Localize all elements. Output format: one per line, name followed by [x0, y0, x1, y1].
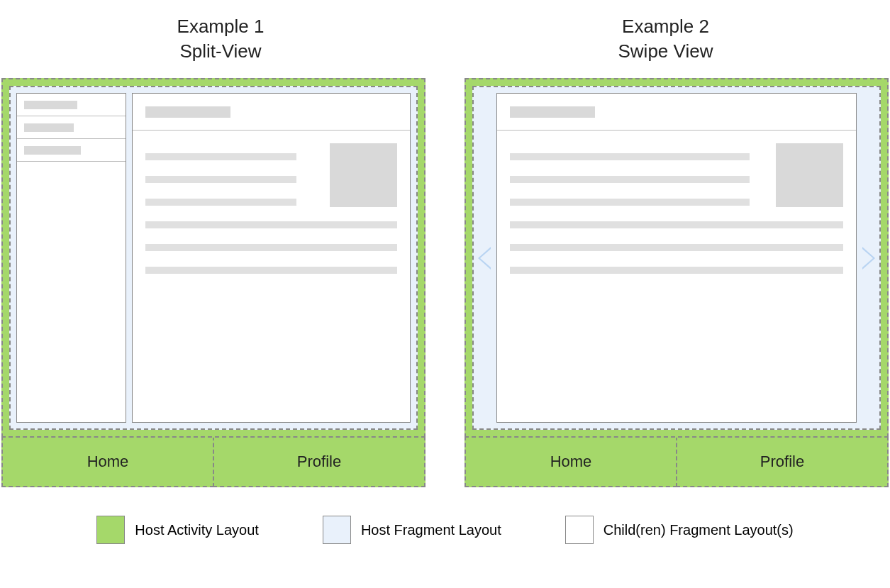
example2-title-line1: Example 2: [618, 14, 713, 39]
swatch-child-fragment: [565, 516, 594, 544]
placeholder-line: [145, 221, 397, 228]
host-fragment-layout: [472, 86, 881, 430]
legend-host-activity-label: Host Activity Layout: [135, 522, 259, 538]
detail-header: [133, 94, 410, 131]
list-item[interactable]: [17, 94, 126, 116]
host-activity-layout: [465, 78, 889, 438]
detail-header: [497, 94, 856, 131]
placeholder-line: [145, 267, 397, 274]
placeholder-line: [145, 199, 296, 206]
placeholder-line: [145, 176, 296, 183]
legend-host-activity: Host Activity Layout: [96, 516, 259, 544]
example1-title: Example 1 Split-View: [177, 14, 265, 64]
legend-child-fragment: Child(ren) Fragment Layout(s): [565, 516, 794, 544]
detail-body: [497, 131, 856, 296]
list-item[interactable]: [17, 116, 126, 139]
placeholder-line: [510, 176, 750, 183]
swatch-host-fragment: [323, 516, 351, 544]
example1-title-line2: Split-View: [177, 39, 265, 64]
placeholder-line: [510, 267, 843, 274]
detail-body: [133, 131, 410, 296]
swipe-page-fragment: [496, 93, 857, 423]
titles-row: Example 1 Split-View Example 2 Swipe Vie…: [0, 0, 890, 64]
placeholder-image: [776, 143, 843, 207]
swipe-right-arrow-icon[interactable]: [862, 247, 875, 270]
examples-row: Home Profile: [0, 78, 890, 487]
placeholder-text: [24, 146, 81, 155]
swatch-host-activity: [96, 516, 125, 544]
swipe-left-arrow-icon[interactable]: [478, 247, 491, 270]
placeholder-line: [145, 244, 397, 251]
bottom-nav: Home Profile: [465, 438, 889, 487]
legend-host-fragment: Host Fragment Layout: [323, 516, 501, 544]
placeholder-line: [145, 153, 296, 160]
diagram-canvas: Example 1 Split-View Example 2 Swipe Vie…: [0, 0, 890, 588]
nav-home-label: Home: [87, 453, 129, 471]
nav-profile-label: Profile: [760, 453, 804, 471]
nav-profile-button[interactable]: Profile: [676, 436, 889, 487]
placeholder-text: [24, 123, 74, 132]
list-fragment: [16, 93, 126, 423]
host-activity-layout: [1, 78, 425, 438]
nav-profile-button[interactable]: Profile: [213, 436, 425, 487]
placeholder-title: [145, 106, 230, 118]
nav-profile-label: Profile: [297, 453, 341, 471]
bottom-nav: Home Profile: [1, 438, 425, 487]
placeholder-title: [510, 106, 595, 118]
placeholder-line: [510, 199, 750, 206]
example-split-view: Home Profile: [1, 78, 425, 487]
nav-home-button[interactable]: Home: [1, 436, 214, 487]
example2-title: Example 2 Swipe View: [618, 14, 713, 64]
nav-home-label: Home: [550, 453, 592, 471]
placeholder-line: [510, 244, 843, 251]
placeholder-line: [510, 221, 843, 228]
example-swipe-view: Home Profile: [465, 78, 889, 487]
example2-title-line2: Swipe View: [618, 39, 713, 64]
legend-child-fragment-label: Child(ren) Fragment Layout(s): [603, 522, 794, 538]
legend: Host Activity Layout Host Fragment Layou…: [0, 516, 890, 544]
example1-title-line1: Example 1: [177, 14, 265, 39]
placeholder-line: [510, 153, 750, 160]
legend-host-fragment-label: Host Fragment Layout: [361, 522, 501, 538]
host-fragment-layout: [9, 86, 418, 430]
placeholder-text: [24, 101, 77, 109]
nav-home-button[interactable]: Home: [465, 436, 677, 487]
detail-fragment: [132, 93, 411, 423]
list-item[interactable]: [17, 139, 126, 162]
placeholder-image: [330, 143, 397, 207]
